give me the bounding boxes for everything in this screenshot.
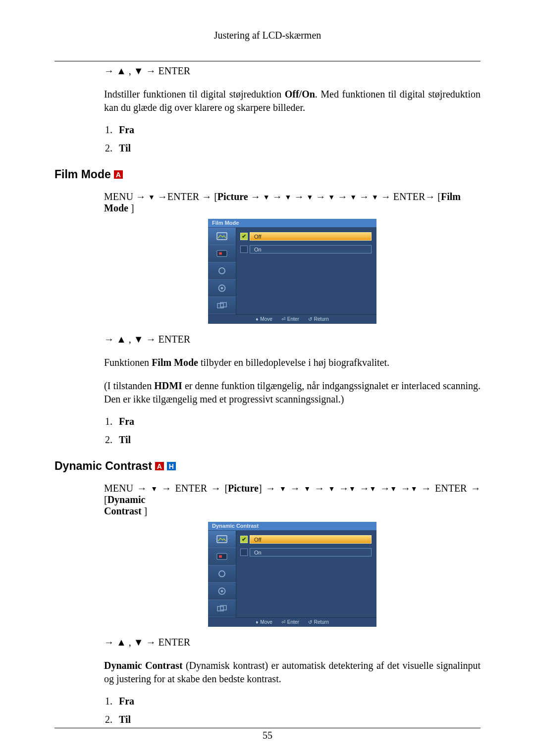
arrow-down-icon: ▼ — [306, 194, 313, 202]
osd-tab-sound[interactable] — [208, 565, 236, 583]
options-list: Fra Til — [104, 696, 481, 725]
page: Justering af LCD-skærmen → ▲ , ▼ → ENTER… — [0, 0, 535, 756]
arrow-down-icon: ▼ — [328, 485, 335, 493]
arrow-down-icon: ▼ — [134, 637, 144, 648]
list-item: Fra — [115, 416, 481, 427]
menu-label: MENU — [104, 483, 133, 494]
dynamic-contrast-content: MENU → ▼ → ENTER → [Picture] → ▼ → ▼ → ▼… — [104, 483, 481, 725]
heading-text: Film Mode — [54, 168, 111, 181]
dynamic-contrast-osd: Dynamic Contrast — [104, 522, 481, 627]
film-mode-desc-2: (I tilstanden HDMI er denne funktion til… — [104, 379, 481, 406]
list-item: Til — [115, 434, 481, 446]
input-icon — [216, 250, 227, 257]
osd-option-on[interactable]: On — [240, 244, 372, 254]
comma: , — [129, 334, 134, 345]
arrow-down-icon: ▼ — [151, 485, 158, 493]
text: (I tilstanden — [104, 380, 154, 391]
nav-instruction: → ▲ , ▼ → ENTER — [104, 636, 481, 649]
osd-tab-multi[interactable] — [208, 297, 236, 314]
arrow-right-icon: → — [294, 191, 304, 202]
osd-title: Dynamic Contrast — [208, 522, 376, 531]
check-empty-icon — [240, 246, 248, 253]
enter-icon: ⏎ — [281, 619, 285, 625]
arrow-down-icon: ▼ — [304, 485, 311, 493]
enter-label: ENTER — [159, 65, 190, 76]
arrow-right-icon: → — [146, 334, 156, 345]
text: Funktionen — [104, 357, 152, 368]
foot-return: ↺Return — [308, 316, 329, 322]
arrow-right-icon: → — [360, 483, 370, 494]
enter-label: ENTER — [167, 191, 199, 202]
enter-label: ENTER — [393, 191, 425, 202]
enter-label: ENTER — [435, 483, 467, 494]
arrow-right-icon: → — [161, 483, 171, 494]
osd-tab-setup[interactable] — [208, 280, 236, 297]
badge-h-icon: H — [167, 462, 176, 470]
heading-text: Dynamic Contrast — [54, 459, 152, 473]
svg-rect-2 — [219, 252, 222, 255]
arrow-right-icon: → — [272, 191, 282, 202]
arrow-down-icon: ▼ — [370, 485, 376, 493]
osd-tab-setup[interactable] — [208, 583, 236, 600]
svg-point-13 — [221, 590, 223, 593]
osd-panel: Film Mode — [208, 219, 376, 324]
arrow-right-icon: → — [137, 483, 147, 494]
nav-instruction: → ▲ , ▼ → ENTER — [104, 333, 481, 346]
return-icon: ↺ — [308, 316, 312, 322]
option-label: Til — [119, 143, 131, 153]
osd-tab-input[interactable] — [208, 548, 236, 565]
arrow-down-icon: ▼ — [349, 485, 356, 493]
label: Enter — [287, 619, 299, 625]
arrow-down-icon: ▼ — [134, 65, 144, 76]
osd-tab-picture[interactable] — [208, 531, 236, 548]
page-number: 55 — [0, 730, 535, 741]
dc-desc: Dynamic Contrast (Dynamisk kontrast) er … — [104, 659, 481, 686]
osd-panel: Dynamic Contrast — [208, 522, 376, 627]
options-list: Fra Til — [104, 124, 481, 154]
arrow-right-icon: → — [251, 191, 261, 202]
option-label: Fra — [119, 416, 134, 427]
arrow-right-icon: → — [401, 483, 411, 494]
label: Return — [314, 316, 329, 322]
enter-label: ENTER — [175, 483, 207, 494]
comma: , — [129, 637, 134, 648]
arrow-up-icon: ▲ — [116, 334, 126, 345]
label: Return — [314, 619, 329, 625]
osd-off-label: Off — [250, 535, 372, 544]
osd-option-off[interactable]: ✔ Off — [240, 534, 372, 545]
arrow-up-icon: ▲ — [116, 637, 126, 648]
list-item: Fra — [115, 696, 481, 707]
circle-icon — [217, 266, 226, 275]
picture-label: Picture — [228, 483, 259, 494]
film-mode-desc-1: Funktionen Film Mode tilbyder en billedo… — [104, 356, 481, 369]
arrow-right-icon: → — [104, 334, 114, 345]
foot-enter: ⏎Enter — [281, 316, 299, 322]
arrow-down-icon: ▼ — [134, 334, 144, 345]
dynamic-contrast-heading: Dynamic Contrast A H — [54, 459, 481, 473]
osd-tab-picture[interactable] — [208, 228, 236, 245]
osd-tab-input[interactable] — [208, 245, 236, 262]
picture-icon — [216, 535, 227, 543]
svg-point-5 — [221, 287, 223, 290]
osd-tab-sound[interactable] — [208, 262, 236, 280]
arrow-down-icon: ▼ — [390, 485, 397, 493]
arrow-right-icon: → — [425, 191, 435, 202]
option-label: Fra — [119, 696, 134, 706]
menu-label: MENU — [104, 191, 133, 202]
osd-option-off[interactable]: ✔ Off — [240, 231, 372, 242]
arrow-right-icon: → — [266, 483, 275, 494]
arrow-down-icon: ▼ — [285, 194, 292, 202]
osd-tab-multi[interactable] — [208, 600, 236, 617]
dc-menu-path: MENU → ▼ → ENTER → [Picture] → ▼ → ▼ → ▼… — [104, 483, 481, 517]
page-header: Justering af LCD-skærmen — [54, 30, 481, 41]
film-mode-heading: Film Mode A — [54, 168, 481, 181]
arrow-right-icon: → — [316, 191, 325, 202]
text: tilbyder en billedoplevelse i høj biogra… — [198, 357, 389, 368]
off-on-bold: Off/On — [285, 89, 315, 100]
label: Move — [260, 619, 272, 625]
osd-main: ✔ Off On — [236, 531, 376, 617]
arrow-right-icon: → — [146, 65, 156, 76]
osd-option-on[interactable]: On — [240, 547, 372, 557]
svg-rect-10 — [219, 555, 222, 558]
check-icon: ✔ — [240, 536, 248, 543]
